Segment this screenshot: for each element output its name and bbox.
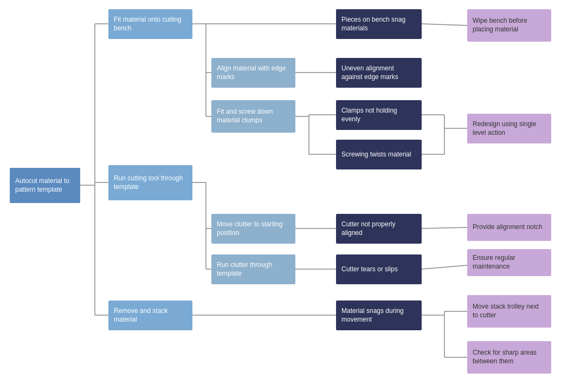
node-p-clamps: Clamps not holding evenly bbox=[336, 100, 422, 130]
node-p-uneven: Uneven alignment against edge marks bbox=[336, 58, 422, 88]
node-l2-screw: Fit and screw down material clumps bbox=[211, 100, 295, 133]
node-s-notch: Provide alignment notch bbox=[467, 214, 551, 241]
node-p-screwing: Screwing twists material bbox=[336, 140, 422, 169]
node-s-maintenance: Ensure regular maintenance bbox=[467, 249, 551, 276]
node-l2-move: Move clutter to starting position bbox=[211, 214, 295, 244]
node-p-pieces: Pieces on bench snag materials bbox=[336, 9, 422, 39]
svg-line-15 bbox=[422, 24, 467, 25]
node-l2-align: Align material with edge marks bbox=[211, 58, 295, 88]
svg-line-26 bbox=[422, 227, 467, 228]
node-l1-run: Run cutting tool through template bbox=[108, 165, 192, 200]
node-s-redesign: Redesign using single level action bbox=[467, 114, 551, 143]
node-root: Autocut material to pattern template bbox=[10, 168, 80, 203]
node-l2-runclutter: Run clutter through template bbox=[211, 254, 295, 284]
node-s-sharp: Check for sharp areas between them bbox=[467, 341, 551, 374]
node-s-wipe: Wipe bench before placing material bbox=[467, 9, 551, 42]
node-l1-fit: Fit material onto cutting bench bbox=[108, 9, 192, 39]
node-p-tears: Cutter tears or slips bbox=[336, 254, 422, 284]
node-s-trolley: Move stack trolley next to cutter bbox=[467, 295, 551, 328]
node-p-cutter: Cutter not properly aligned bbox=[336, 214, 422, 244]
node-l1-remove: Remove and stack material bbox=[108, 300, 192, 330]
diagram-container: Autocut material to pattern template Fit… bbox=[0, 0, 568, 392]
node-p-snags: Material snags during movement bbox=[336, 300, 422, 330]
svg-line-27 bbox=[422, 265, 467, 269]
